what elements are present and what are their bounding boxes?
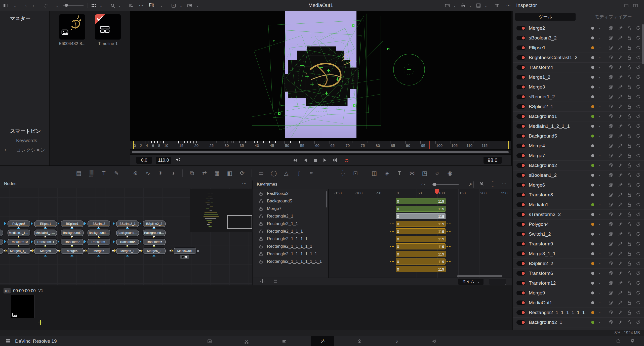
reset-icon[interactable] (635, 232, 640, 237)
node-background2_-[interactable]: Background2_... (116, 230, 139, 236)
chevron-down-icon[interactable]: ⌄ (598, 55, 601, 59)
kf-playhead[interactable] (437, 189, 437, 278)
node-merge9[interactable]: Merge9 (34, 248, 57, 254)
node-color-dot[interactable] (591, 85, 594, 89)
node-color-dot[interactable] (591, 27, 594, 30)
lock-icon[interactable] (627, 261, 632, 266)
chevron-down-icon[interactable]: ⌄ (453, 2, 456, 9)
versions-icon[interactable] (608, 320, 613, 325)
keyframe-bar[interactable]: 0119 (396, 228, 446, 234)
chevron-down-icon[interactable]: ⌄ (100, 2, 102, 9)
pin-icon[interactable] (618, 35, 623, 40)
pin-icon[interactable] (618, 94, 623, 99)
versions-icon[interactable] (608, 261, 613, 266)
keyframe-row-name[interactable]: Rectangle2_1_1_1_1_1_1_1 (253, 258, 328, 265)
inspector-row-merge2[interactable]: Merge2⌄ (513, 23, 644, 33)
inspector-row-mediain1_1_2_1_1[interactable]: MediaIn1_1_2_1_1⌄ (513, 121, 644, 131)
versions-icon[interactable] (608, 94, 613, 99)
node-color-dot[interactable] (591, 36, 594, 39)
versions-icon[interactable] (608, 202, 613, 207)
clip-thumbnail[interactable] (95, 14, 121, 40)
reset-icon[interactable] (635, 212, 640, 217)
versions-icon[interactable] (608, 222, 613, 227)
node-enable-toggle[interactable] (516, 300, 526, 305)
reset-icon[interactable] (635, 222, 640, 227)
lock-icon[interactable] (627, 124, 632, 129)
thumb-size-slider-handle[interactable] (65, 4, 68, 7)
lock-icon[interactable] (627, 281, 632, 286)
node-color-dot[interactable] (591, 262, 594, 265)
versions-icon[interactable] (608, 75, 613, 80)
versions-icon[interactable] (608, 26, 613, 31)
node-color-dot[interactable] (591, 301, 594, 304)
p-emitter-tool-icon[interactable]: ⁙ (326, 169, 335, 178)
node-color-dot[interactable] (591, 282, 594, 285)
time-value-input[interactable] (489, 279, 506, 285)
inspector-row-bspline2_2[interactable]: BSpline2_2⌄ (513, 258, 644, 269)
pin-icon[interactable] (618, 75, 623, 80)
inspector-row-merge4[interactable]: Merge4⌄ (513, 141, 644, 151)
media-clip[interactable]: 56004482-8... (59, 14, 85, 46)
back-icon[interactable]: ‹ (25, 2, 27, 9)
reset-icon[interactable] (635, 143, 640, 148)
reset-icon[interactable] (635, 65, 640, 70)
node-transform2[interactable]: Transform2 (61, 239, 84, 245)
nodes-options-icon[interactable]: ⋯ (242, 181, 247, 186)
more-dots-icon[interactable]: … (55, 2, 60, 9)
keyframe-row-name[interactable]: Merge7 (253, 205, 328, 212)
versions-icon[interactable] (608, 134, 613, 139)
chevron-down-icon[interactable]: ⌄ (598, 183, 601, 186)
node-transform1[interactable]: Transform1 (88, 239, 110, 245)
kf-options-icon[interactable]: ⋯ (502, 181, 506, 187)
reset-icon[interactable] (635, 310, 640, 315)
pin-icon[interactable] (618, 251, 623, 256)
reset-icon[interactable] (635, 241, 640, 246)
node-enable-toggle[interactable] (516, 242, 526, 246)
tab-tools[interactable]: ツール (515, 13, 576, 21)
reset-icon[interactable] (635, 300, 640, 305)
reset-icon[interactable] (635, 271, 640, 276)
lock-icon[interactable] (627, 94, 632, 99)
node-color-dot[interactable] (591, 164, 594, 167)
pin-icon[interactable] (618, 104, 623, 109)
settings-gear-icon[interactable] (630, 338, 635, 343)
viewer-zoom-select[interactable]: Fit (149, 3, 154, 8)
merge-tool-icon[interactable]: ⧉ (188, 169, 196, 178)
inspector-row-transform12[interactable]: Transform12⌄ (513, 278, 644, 288)
chevron-down-icon[interactable]: ⌄ (598, 232, 601, 235)
lock-icon[interactable] (627, 35, 632, 40)
inspector-row-mediaout1[interactable]: MediaOut1⌄ (513, 298, 644, 308)
roi-icon[interactable] (445, 2, 450, 9)
reset-icon[interactable] (635, 173, 640, 178)
sidebar-item-keywords[interactable]: Keywords (16, 138, 37, 143)
lock-icon[interactable] (627, 114, 632, 119)
keyframe-bar[interactable]: 0119 (396, 221, 446, 227)
pin-icon[interactable] (618, 281, 623, 286)
node-enable-toggle[interactable] (516, 202, 526, 207)
node-enable-toggle[interactable] (516, 173, 526, 178)
node-transform10[interactable]: Transform10 (8, 239, 30, 245)
reset-icon[interactable] (635, 153, 640, 158)
layout-single-icon[interactable] (624, 2, 629, 9)
inspector-row-sboolean3_2[interactable]: sBoolean3_2⌄ (513, 33, 644, 43)
pin-icon[interactable] (618, 153, 623, 158)
versions-icon[interactable] (608, 114, 613, 119)
inspector-row-ellipse1[interactable]: Ellipse1⌄ (513, 43, 644, 53)
reset-icon[interactable] (635, 281, 640, 286)
hue-curves-tool-icon[interactable]: ◑ (169, 169, 177, 178)
lock-icon[interactable] (627, 163, 632, 168)
text-plus-tool-icon[interactable]: T (100, 169, 108, 178)
chevron-down-icon[interactable]: ⌄ (598, 271, 601, 275)
pin-icon[interactable] (618, 143, 623, 148)
lock-icon[interactable] (627, 241, 632, 246)
lock-icon[interactable] (627, 153, 632, 158)
inspector-row-transform9[interactable]: Transform9⌄ (513, 239, 644, 249)
versions-icon[interactable] (608, 173, 613, 178)
lock-icon[interactable] (627, 232, 632, 237)
pin-icon[interactable] (618, 114, 623, 119)
node-enable-toggle[interactable] (516, 75, 526, 79)
spot-light-3d-tool-icon[interactable]: ☼ (433, 169, 441, 178)
keyframe-bar[interactable]: 0119 (396, 243, 446, 249)
versions-icon[interactable] (608, 281, 613, 286)
chevron-down-icon[interactable]: ⌄ (485, 2, 487, 9)
